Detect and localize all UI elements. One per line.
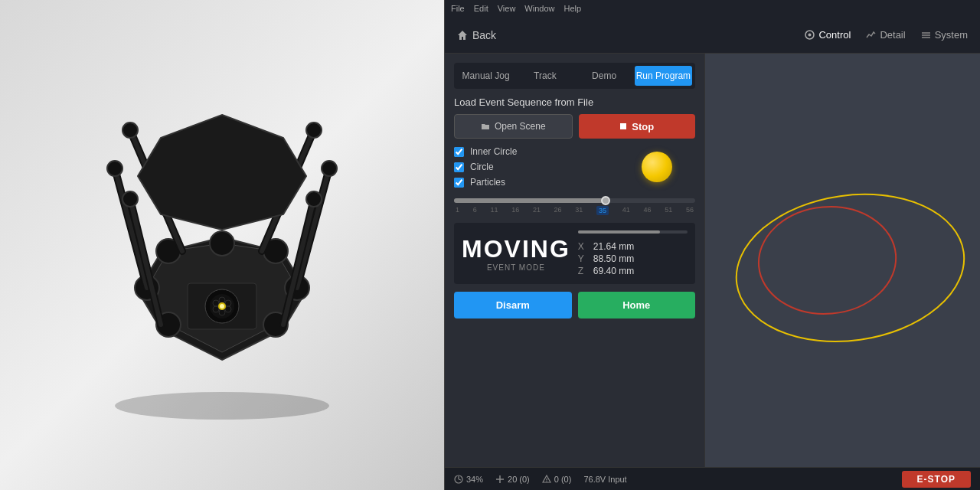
svg-point-0	[115, 392, 329, 420]
tab-manual-jog[interactable]: Manual Jog	[457, 66, 514, 86]
svg-point-27	[306, 191, 322, 207]
svg-line-15	[115, 168, 147, 288]
home-icon	[457, 30, 468, 41]
menu-edit[interactable]: Edit	[474, 4, 488, 13]
controls-panel: Manual Jog Track Demo Run Program Load E…	[445, 54, 705, 467]
status-state: MOVING EVENT MODE	[462, 235, 570, 272]
circle-checkbox[interactable]	[454, 162, 464, 172]
stop-icon	[619, 122, 627, 130]
tab-demo[interactable]: Demo	[576, 66, 633, 86]
trajectory-viz	[705, 54, 980, 467]
disarm-button[interactable]: Disarm	[454, 292, 572, 318]
status-points: 20 (0)	[495, 475, 530, 484]
coord-z: Z 69.40 mm	[578, 266, 688, 276]
status-voltage: 76.8V Input	[583, 475, 626, 484]
menu-window[interactable]: Window	[524, 4, 554, 13]
back-button[interactable]: Back	[457, 29, 496, 41]
menu-bar: File Edit View Window Help	[445, 0, 980, 17]
svg-point-49	[546, 481, 547, 482]
tab-bar: Manual Jog Track Demo Run Program	[454, 63, 695, 89]
menu-file[interactable]: File	[451, 4, 465, 13]
nav-detail[interactable]: Detail	[866, 29, 905, 41]
estop-button[interactable]: E-STOP	[902, 471, 971, 488]
tab-track[interactable]: Track	[516, 66, 573, 86]
coord-x: X 21.64 mm	[578, 241, 688, 252]
robot-image	[61, 61, 383, 429]
home-button[interactable]: Home	[578, 292, 696, 318]
svg-rect-46	[705, 108, 980, 413]
nav-tabs: Control Detail System	[805, 29, 968, 41]
timeline-bar[interactable]	[454, 198, 695, 203]
svg-point-41	[808, 34, 812, 37]
cpu-icon	[454, 475, 463, 484]
action-row: Open Scene Stop	[454, 114, 695, 139]
svg-point-22	[122, 122, 138, 138]
status-progress-bar	[578, 230, 688, 234]
menu-view[interactable]: View	[498, 4, 516, 13]
timeline-progress	[454, 198, 606, 203]
section-title: Load Event Sequence from File	[454, 96, 695, 108]
status-bar: 34% 20 (0) 0 (0) 76.8V Input E-STOP	[445, 467, 980, 490]
folder-icon	[481, 122, 490, 131]
menu-help[interactable]: Help	[564, 4, 581, 13]
load-section: Load Event Sequence from File Open Scene…	[454, 96, 695, 139]
particles-checkbox[interactable]	[454, 178, 464, 188]
timeline-thumb[interactable]	[601, 196, 610, 205]
scene-options: Inner Circle Circle Particles	[454, 146, 695, 188]
svg-point-26	[122, 191, 138, 207]
svg-point-39	[220, 304, 224, 309]
svg-point-23	[306, 122, 322, 138]
status-coords: X 21.64 mm Y 88.50 mm Z 69.40 mm	[578, 230, 688, 276]
system-icon	[921, 30, 931, 40]
status-alerts: 0 (0)	[542, 475, 572, 484]
visualization-panel	[705, 54, 980, 467]
main-content: Manual Jog Track Demo Run Program Load E…	[445, 54, 980, 467]
coord-y: Y 88.50 mm	[578, 253, 688, 264]
svg-point-3	[210, 231, 234, 256]
nav-control[interactable]: Control	[805, 29, 851, 41]
nav-bar: Back Control Detail	[445, 17, 980, 54]
inner-circle-checkbox[interactable]	[454, 147, 464, 157]
stop-button[interactable]: Stop	[579, 114, 696, 139]
control-icon	[805, 30, 815, 40]
timeline-labels: 1 6 11 16 21 26 31 35 41 46 51 56	[454, 206, 695, 215]
svg-point-24	[107, 161, 122, 176]
yellow-ball-indicator	[642, 152, 672, 182]
svg-point-25	[322, 161, 337, 176]
action-buttons: Disarm Home	[454, 292, 695, 318]
detail-icon	[866, 30, 876, 40]
robot-panel	[0, 0, 444, 490]
app-panel: File Edit View Window Help Back Control	[444, 0, 980, 490]
open-scene-button[interactable]: Open Scene	[454, 114, 573, 139]
points-icon	[495, 475, 505, 484]
tab-run-program[interactable]: Run Program	[635, 66, 692, 86]
alert-icon	[542, 475, 551, 484]
nav-system[interactable]: System	[921, 29, 968, 41]
timeline-section: 1 6 11 16 21 26 31 35 41 46 51 56	[454, 198, 695, 215]
svg-marker-28	[138, 115, 306, 230]
status-cpu: 34%	[454, 475, 483, 484]
status-section: MOVING EVENT MODE X 21.64 mm Y 88.50 mm	[454, 223, 695, 284]
svg-line-17	[297, 168, 329, 288]
svg-rect-45	[620, 123, 626, 129]
